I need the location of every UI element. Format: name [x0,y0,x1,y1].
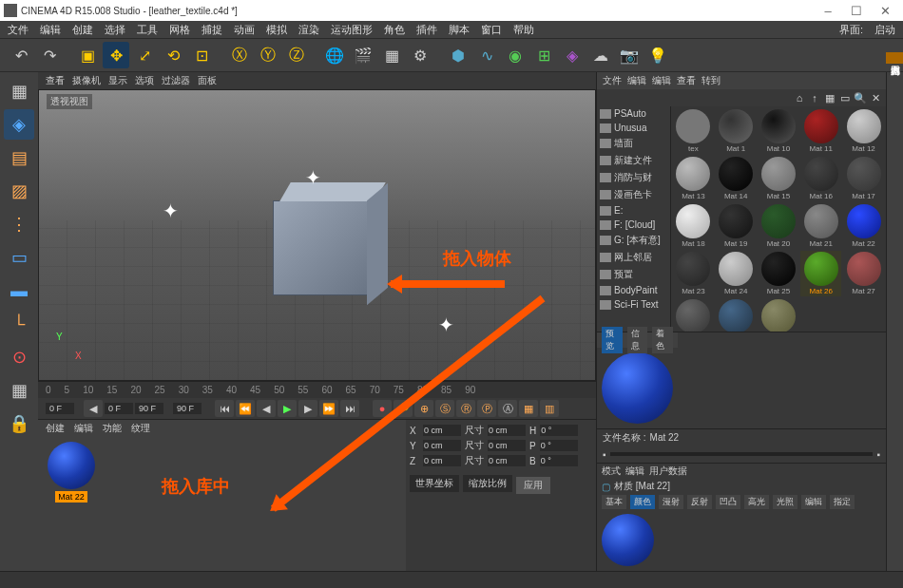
next-key[interactable]: ⏩ [319,400,338,417]
browser-tab[interactable]: 文件 [603,74,622,87]
menu-item[interactable]: 捕捉 [198,22,226,38]
goto-start[interactable]: ◀ [84,400,103,417]
menu-item[interactable]: 渲染 [295,22,323,38]
browser-tab[interactable]: 查看 [677,74,696,87]
material-cell[interactable]: Mat 3 [759,298,799,332]
key-pos[interactable]: ⊕ [414,400,433,417]
timeline[interactable]: 051015202530354045505560657075808590 [38,381,596,398]
material-cell[interactable]: Mat 27 [843,251,884,296]
material-cell[interactable]: Mat 26 [800,251,841,296]
zoom-out-icon[interactable]: ▪ [603,449,606,460]
polygon-mode[interactable]: ▬ [4,275,34,306]
preview-tab[interactable]: 预览 [602,327,623,353]
light-tool[interactable]: 💡 [644,42,671,68]
mat-tab[interactable]: 创建 [46,422,65,435]
attr-chip[interactable]: 凹凸 [716,495,740,509]
browser-tab[interactable]: 编辑 [652,74,671,87]
zoom-in-icon[interactable]: ▪ [876,449,880,460]
attr-chip[interactable]: 指定 [830,495,855,509]
menu-item[interactable]: 模拟 [262,22,291,38]
y-pos[interactable] [423,440,461,451]
material-cell[interactable]: Mat 16 [800,156,841,201]
material-cell[interactable]: Mat 19 [716,203,757,249]
environment-tool[interactable]: ☁ [587,42,614,68]
world-toggle[interactable]: 🌐 [321,42,348,68]
attr-chip[interactable]: 编辑 [801,495,826,509]
material-cell[interactable]: Mat 18 [673,203,714,249]
y-rot[interactable] [540,440,578,451]
play-button[interactable]: ▶ [278,400,297,417]
key-options2[interactable]: ▥ [540,400,559,417]
material-cell[interactable]: Mat 13 [673,156,714,201]
menu-item[interactable]: 帮助 [509,22,538,38]
material-cell[interactable]: Mat 17 [843,156,884,201]
attr-tab[interactable]: 编辑 [625,465,644,478]
material-cell[interactable]: Mat 25 [759,251,799,296]
attr-chip[interactable]: 光照 [773,495,797,509]
search-icon[interactable]: 🔍 [854,91,867,104]
next-frame[interactable]: ▶ [298,400,317,417]
undo-button[interactable]: ↶ [8,42,34,68]
browser-tab[interactable]: 编辑 [627,74,646,87]
material-item[interactable]: Mat 22 [43,442,100,566]
scale-mode[interactable]: 缩放比例 [463,475,512,492]
book-icon[interactable]: ▭ [838,91,852,104]
folder-tree[interactable]: PSAutoUnusua墙面新建文件消防与财漫画色卡E:F: [Cloud]G:… [597,106,671,332]
attr-chip[interactable]: 高光 [744,495,769,509]
home-icon[interactable]: ⌂ [793,91,806,104]
x-axis-toggle[interactable]: Ⓧ [226,42,253,68]
prev-key[interactable]: ⏪ [236,400,255,417]
render-settings[interactable]: ⚙ [407,42,433,68]
recent-tool[interactable]: ⊡ [188,42,215,68]
x-pos[interactable] [423,425,461,436]
key-options[interactable]: ▦ [519,400,538,417]
camera-tool[interactable]: 📷 [616,42,643,68]
layout-value[interactable]: 启动 [871,22,899,38]
material-cell[interactable]: Mat 11 [800,108,841,154]
end-frame-2[interactable]: 90 F [173,403,202,414]
menu-item[interactable]: 脚本 [445,22,473,38]
menu-item[interactable]: 选择 [101,22,129,38]
mat-tab[interactable]: 纹理 [131,422,150,435]
menu-item[interactable]: 文件 [4,22,32,38]
select-tool[interactable]: ▣ [74,42,101,68]
material-cell[interactable]: Mat 23 [673,251,714,296]
browser-tab[interactable]: 转到 [701,74,720,87]
redo-button[interactable]: ↷ [36,42,63,68]
scale-tool[interactable]: ⤢ [131,42,158,68]
zoom-slider[interactable]: ▪ ▪ [597,446,886,463]
primitive-cube[interactable]: ⬢ [445,42,471,68]
folder-item[interactable]: 网上邻居 [597,249,670,266]
render-region[interactable]: ▦ [378,42,405,68]
nurbs-tool[interactable]: ◉ [502,42,528,68]
key-scale[interactable]: Ⓢ [435,400,454,417]
menu-item[interactable]: 运动图形 [327,22,376,38]
x-size[interactable] [488,425,526,436]
view-icon[interactable]: ▦ [823,91,836,104]
content-browser-tab[interactable]: 内容浏览器 [886,52,903,64]
folder-item[interactable]: BodyPaint [597,283,670,297]
y-axis-toggle[interactable]: Ⓨ [255,42,281,68]
close-icon[interactable]: ✕ [869,91,882,104]
key-param[interactable]: Ⓟ [477,400,496,417]
attr-chip[interactable]: 基本 [602,495,626,509]
goto-first[interactable]: ⏮ [215,400,234,417]
point-mode[interactable]: ⋮ [4,209,34,239]
mat-tab[interactable]: 功能 [103,422,122,435]
preview-tab[interactable]: 着色 [652,327,673,353]
material-cell[interactable]: Mat 21 [800,203,841,249]
material-cell[interactable]: tex [673,108,714,154]
attr-tab[interactable]: 用户数据 [649,465,687,478]
viewport-tab[interactable]: 显示 [108,74,127,87]
rotate-tool[interactable]: ⟲ [160,42,186,68]
prev-frame[interactable]: ◀ [257,400,276,417]
folder-item[interactable]: 墙面 [597,135,670,152]
grid-toggle[interactable]: ▦ [4,375,34,406]
menu-item[interactable]: 网格 [165,22,194,38]
z-rot[interactable] [540,455,578,466]
workplane-mode[interactable]: ▨ [4,176,34,206]
attr-chip[interactable]: 漫射 [659,495,683,509]
preview-tab[interactable]: 信息 [627,327,648,353]
viewport-tab[interactable]: 过滤器 [162,74,190,87]
folder-item[interactable]: Sci-Fi Text [597,297,670,312]
